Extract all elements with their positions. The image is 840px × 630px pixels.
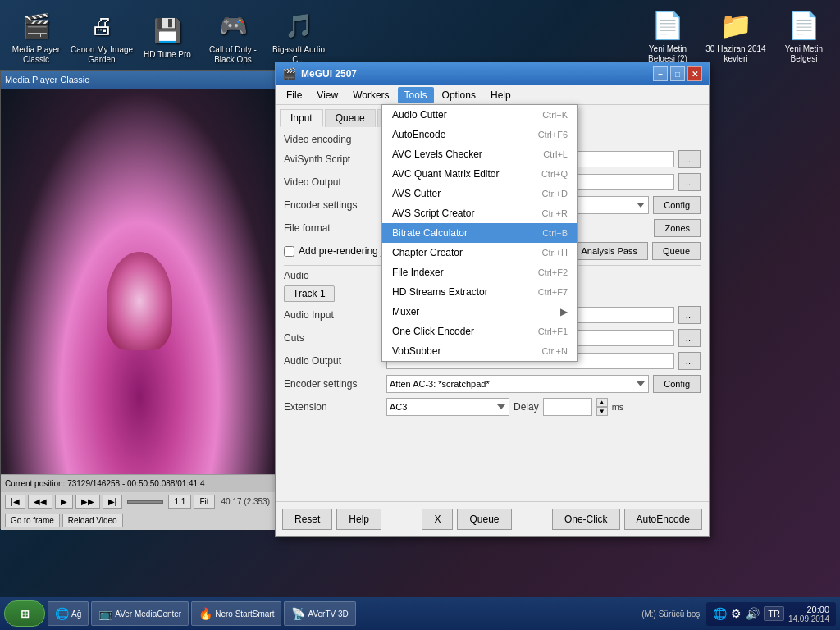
desktop-icon-newtext2[interactable]: 📄 Yeni Metin Belgesi (2) [636,4,700,70]
dropdown-hd-streams[interactable]: HD Streams Extractor Ctrl+F7 [382,282,578,302]
menu-tools[interactable]: Tools [398,87,434,103]
audio-encoder-select[interactable]: Aften AC-3: *scratchpad* [386,375,649,393]
mpc-reload-video-btn[interactable]: Reload Video [62,514,123,527]
desktop-icon-bigasoft[interactable]: 🎵 Bigasoft Audio C... [267,4,331,70]
track-tab[interactable]: Track 1 [284,285,335,302]
dropdown-audio-cutter[interactable]: Audio Cutter Ctrl+K [382,105,578,125]
dropdown-one-click[interactable]: One Click Encoder Ctrl+F1 [382,322,578,341]
dropdown-muxer[interactable]: Muxer ▶ [382,302,578,322]
avisynth-browse-btn[interactable]: ... [678,150,701,168]
queue-top-btn[interactable]: Queue [652,242,701,260]
desktop-icon-media-player[interactable]: 🎬 Media Player Classic [4,4,68,70]
desktop-icon-canon[interactable]: 🖨 Canon My Image Garden [70,4,134,70]
mpc-rewind-btn[interactable]: ◀◀ [28,495,52,509]
mpc-content [1,89,278,474]
add-pre-rendering-check[interactable] [284,246,294,257]
desktop-icon-hdtune[interactable]: 💾 HD Tune Pro [135,4,199,70]
avc-levels-label: AVC Levels Checker [392,148,482,160]
desktop-icon-newtext[interactable]: 📄 Yeni Metin Belgesi [772,4,836,70]
mpc-titlebar: Media Player Classic [1,71,278,89]
close-button[interactable]: ✕ [687,66,702,81]
desktop-icon-folder[interactable]: 📁 30 Haziran 2014 kevleri [704,4,768,70]
mpc-ffwd-btn[interactable]: ▶▶ [75,495,100,509]
video-output-browse-btn[interactable]: ... [678,173,701,191]
audio-input-browse-btn[interactable]: ... [678,306,701,324]
avc-quant-label: AVC Quant Matrix Editor [392,168,500,180]
newtext-label: Yeni Metin Belgesi [772,44,836,64]
delay-input[interactable]: 0 [543,398,592,416]
extension-select[interactable]: AC3 [386,398,509,416]
maximize-button[interactable]: □ [670,66,685,81]
dropdown-file-indexer[interactable]: File Indexer Ctrl+F2 [382,262,578,282]
analysis-pass-btn[interactable]: Analysis Pass [570,242,647,260]
mpc-controls[interactable]: |◀ ◀◀ ▶ ▶▶ ▶| 1:1 Fit 40:17 (2.353) [1,492,278,511]
minimize-button[interactable]: – [653,66,668,81]
media-player-label: Media Player Classic [4,45,68,65]
extension-row: Extension AC3 Delay 0 ▲ ▼ ms [284,398,701,416]
tray-gear-icon[interactable]: ⚙ [731,607,742,620]
queue-btn[interactable]: Queue [457,509,511,530]
dropdown-avs-cutter[interactable]: AVS Cutter Ctrl+D [382,184,578,203]
add-pre-rendering-checkbox[interactable]: Add pre-rendering jo... [284,245,396,257]
tray-network-icon[interactable]: 🌐 [713,607,727,620]
menu-file[interactable]: File [280,87,308,103]
tab-input[interactable]: Input [280,109,323,127]
dropdown-avc-levels[interactable]: AVC Levels Checker Ctrl+L [382,144,578,164]
start-button[interactable]: ⊞ [4,600,45,627]
mpc-next-btn[interactable]: ▶| [103,495,123,509]
tab-queue[interactable]: Queue [325,109,376,127]
menu-help[interactable]: Help [484,87,518,103]
file-indexer-shortcut: Ctrl+F2 [538,267,568,277]
taskbar-item-aver[interactable]: 📺 AVer MediaCenter [91,601,189,626]
desktop-icons-right: 📄 Yeni Metin Belgesi (2) 📁 30 Haziran 20… [636,4,836,70]
dropdown-avs-script[interactable]: AVS Script Creator Ctrl+R [382,203,578,223]
audio-encoder-config-btn[interactable]: Config [653,375,701,393]
audio-output-browse-btn[interactable]: ... [678,352,701,370]
help-btn[interactable]: Help [336,509,381,530]
one-click-btn[interactable]: One-Click [552,509,620,530]
language-badge[interactable]: TR [764,606,784,621]
footer-right-buttons: One-Click AutoEncode [552,509,702,530]
megui-footer: Reset Help X Queue One-Click AutoEncode [276,501,709,536]
reset-btn[interactable]: Reset [282,509,332,530]
mpc-progress-slider[interactable] [127,500,163,504]
zones-btn[interactable]: Zones [654,219,701,237]
desktop-icon-cod[interactable]: 🎮 Call of Duty - Black Ops [201,4,265,70]
autoencode-shortcut: Ctrl+F6 [538,130,568,139]
dropdown-autoencode[interactable]: AutoEncode Ctrl+F6 [382,125,578,144]
file-indexer-label: File Indexer [392,267,444,278]
menu-view[interactable]: View [310,87,345,103]
menu-options[interactable]: Options [436,87,482,103]
tray-volume-icon[interactable]: 🔊 [746,607,760,620]
one-click-enc-shortcut: Ctrl+F1 [538,326,568,336]
dropdown-vobsubber[interactable]: VobSubber Ctrl+N [382,341,578,361]
autoencode-btn[interactable]: AutoEncode [624,509,702,530]
mpc-controls-bottom[interactable]: Go to frame Reload Video [1,511,278,530]
taskbar-items: 🌐 Ağ 📺 AVer MediaCenter 🔥 Nero StartSmar… [48,601,639,626]
audio-input-label: Audio Input [284,309,382,321]
mpc-prev-btn[interactable]: |◀ [5,495,25,509]
cod-label: Call of Duty - Black Ops [201,45,265,65]
taskbar-item-nero[interactable]: 🔥 Nero StartSmart [191,601,281,626]
tray-status: (M:) Sürücü boş [641,609,700,619]
encoder-config-btn[interactable]: Config [653,196,701,214]
taskbar-item-ag[interactable]: 🌐 Ağ [48,601,89,626]
mpc-fit-btn[interactable]: Fit [194,495,214,509]
spin-down-btn[interactable]: ▼ [596,407,608,416]
taskbar: ⊞ 🌐 Ağ 📺 AVer MediaCenter 🔥 Nero StartSm… [0,597,840,630]
extension-label: Extension [284,401,382,413]
mpc-goto-frame-btn[interactable]: Go to frame [5,514,60,527]
mpc-play-btn[interactable]: ▶ [55,495,73,509]
vobsubber-label: VobSubber [392,345,441,357]
dropdown-avc-quant[interactable]: AVC Quant Matrix Editor Ctrl+Q [382,164,578,184]
avc-levels-shortcut: Ctrl+L [543,149,568,159]
spin-up-btn[interactable]: ▲ [596,398,608,407]
dropdown-bitrate-calc[interactable]: Bitrate Calculator Ctrl+B [382,223,578,243]
cuts-browse-btn[interactable]: ... [678,329,701,347]
dropdown-chapter-creator[interactable]: Chapter Creator Ctrl+H [382,243,578,262]
mpc-zoom-11-btn[interactable]: 1:1 [168,495,191,509]
x-btn[interactable]: X [422,509,453,530]
taskbar-item-avertv[interactable]: 📡 AVerTV 3D [284,601,355,626]
nero-icon: 🔥 [199,607,212,620]
menu-workers[interactable]: Workers [346,87,395,103]
